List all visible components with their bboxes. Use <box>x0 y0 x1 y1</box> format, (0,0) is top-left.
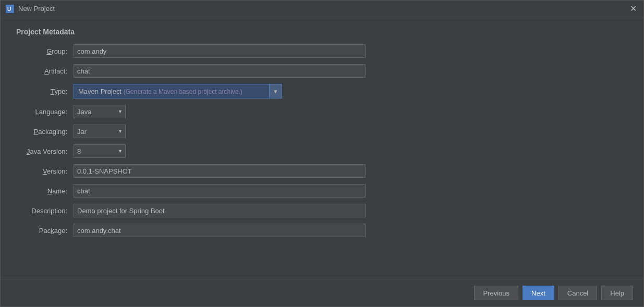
svg-text:U: U <box>7 6 11 12</box>
language-label: Language: <box>16 108 74 116</box>
language-select-wrapper: Java Kotlin Groovy <box>74 105 126 118</box>
type-select-container[interactable]: Maven Project (Generate a Maven based pr… <box>74 84 282 99</box>
package-input[interactable] <box>74 224 366 237</box>
group-label-text: Group: <box>46 47 67 55</box>
artifact-label: Artifact: <box>16 67 74 75</box>
artifact-label-text: Artifact: <box>44 67 67 75</box>
language-row: Language: Java Kotlin Groovy <box>16 105 628 118</box>
name-input[interactable] <box>74 184 366 198</box>
dialog-footer: Previous Next Cancel Help <box>1 279 643 306</box>
java-version-select-wrapper: 8 11 17 <box>74 144 126 158</box>
java-version-row: Java Version: 8 11 17 <box>16 144 628 158</box>
name-label-text: Name: <box>47 187 67 195</box>
description-input[interactable] <box>74 204 366 217</box>
help-button[interactable]: Help <box>601 286 633 300</box>
java-version-select[interactable]: 8 11 17 <box>74 144 126 158</box>
new-project-dialog: U New Project ✕ Project Metadata Group: … <box>0 0 644 307</box>
type-value-sub: (Generate a Maven based project archive.… <box>124 88 242 95</box>
dialog-title: New Project <box>18 5 55 13</box>
packaging-label: Packaging: <box>16 128 74 136</box>
packaging-select-wrapper: Jar War <box>74 125 126 138</box>
packaging-label-text: Packaging: <box>34 128 67 136</box>
dialog-content: Project Metadata Group: Artifact: Type: … <box>1 17 643 279</box>
group-row: Group: <box>16 44 628 58</box>
section-title: Project Metadata <box>16 28 628 36</box>
group-label: Group: <box>16 47 74 55</box>
description-row: Description: <box>16 204 628 217</box>
description-label-text: Description: <box>31 207 67 215</box>
artifact-row: Artifact: <box>16 64 628 78</box>
title-bar-left: U New Project <box>6 5 55 13</box>
name-row: Name: <box>16 184 628 198</box>
package-label-text: Package: <box>39 227 67 235</box>
artifact-input[interactable] <box>74 64 366 78</box>
type-value-main: Maven Project <box>78 88 124 95</box>
version-row: Version: <box>16 164 628 178</box>
description-label: Description: <box>16 207 74 215</box>
app-icon: U <box>6 5 14 13</box>
version-label: Version: <box>16 167 74 175</box>
next-button[interactable]: Next <box>523 286 554 300</box>
type-label-text: Type: <box>51 88 67 95</box>
java-version-label-text: Java Version: <box>27 148 67 155</box>
packaging-select[interactable]: Jar War <box>74 125 126 138</box>
java-version-label: Java Version: <box>16 148 74 155</box>
version-input[interactable] <box>74 164 366 178</box>
group-input[interactable] <box>74 44 366 58</box>
name-label: Name: <box>16 187 74 195</box>
type-dropdown-arrow[interactable]: ▼ <box>269 84 282 98</box>
title-bar: U New Project ✕ <box>1 1 643 17</box>
type-select-text: Maven Project (Generate a Maven based pr… <box>74 88 269 95</box>
packaging-row: Packaging: Jar War <box>16 125 628 138</box>
close-button[interactable]: ✕ <box>628 4 638 14</box>
cancel-button[interactable]: Cancel <box>558 286 597 300</box>
package-label: Package: <box>16 227 74 235</box>
package-row: Package: <box>16 224 628 237</box>
type-label: Type: <box>16 88 74 95</box>
previous-button[interactable]: Previous <box>474 286 518 300</box>
type-row: Type: Maven Project (Generate a Maven ba… <box>16 84 628 99</box>
language-label-text: Language: <box>35 108 67 116</box>
language-select[interactable]: Java Kotlin Groovy <box>74 105 126 118</box>
version-label-text: Version: <box>43 167 67 175</box>
